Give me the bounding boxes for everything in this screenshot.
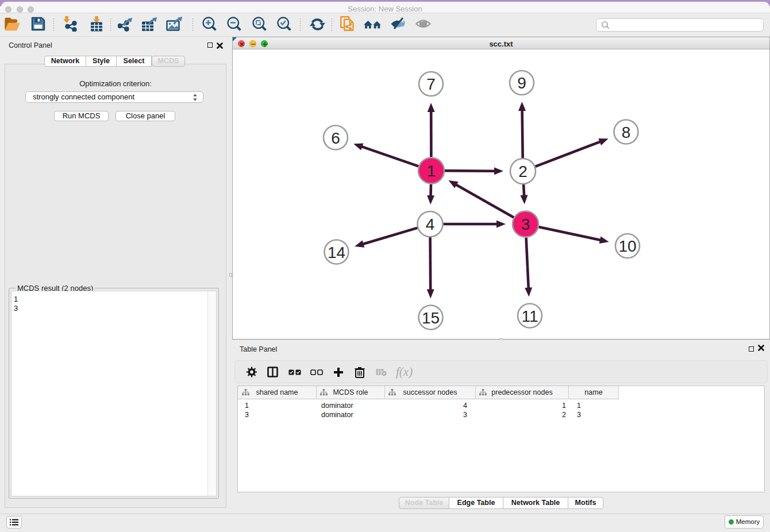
svg-text:14: 14 — [328, 244, 345, 261]
svg-text:10: 10 — [618, 237, 636, 255]
svg-text:11: 11 — [521, 307, 538, 325]
svg-text:9: 9 — [517, 74, 526, 92]
svg-text:7: 7 — [426, 75, 436, 93]
svg-text:3: 3 — [521, 215, 530, 233]
svg-text:2: 2 — [518, 163, 528, 180]
svg-text:4: 4 — [426, 215, 435, 233]
svg-text:6: 6 — [331, 129, 340, 147]
svg-text:1: 1 — [427, 162, 436, 180]
svg-text:8: 8 — [622, 124, 631, 141]
svg-text:15: 15 — [422, 309, 440, 327]
